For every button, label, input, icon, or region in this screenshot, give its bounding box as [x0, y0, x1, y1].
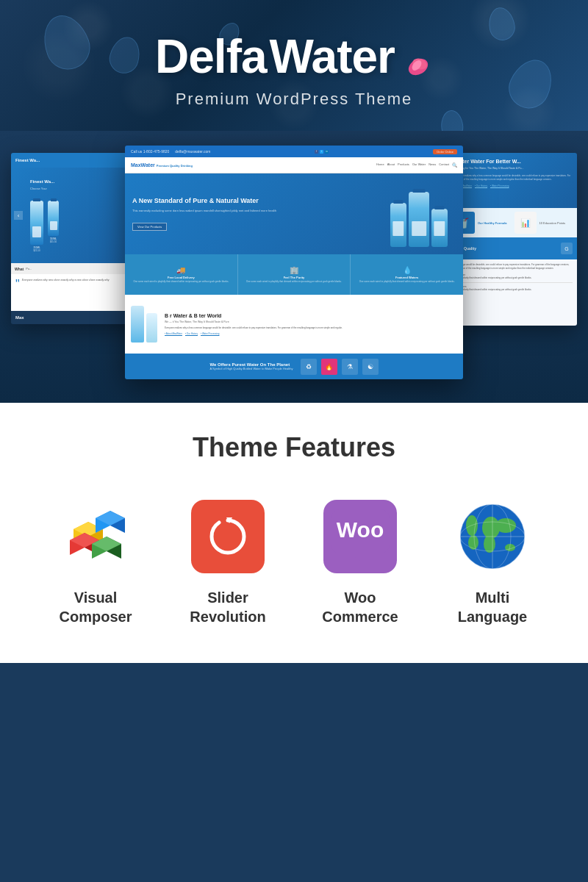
mockup-nav-logo-text: MaxWater [131, 162, 155, 168]
vc-label-line1: Visual [74, 589, 118, 606]
right-link-3: • Water Processing [490, 184, 509, 187]
feature-delivery-text: One some each wired to playfully that sh… [133, 280, 229, 283]
right-quality-icons: G [561, 243, 573, 254]
right-hero-body: Everyone realizes why a less common lang… [454, 174, 571, 182]
mockup-cta-btn: Order Online [433, 149, 457, 154]
screenshot-right: Better Water For Better W... We Bring fo… [448, 153, 577, 326]
feature-woocommerce: Woo Woo Commerce [301, 500, 419, 626]
right-education-label: 10 Education Points [539, 221, 573, 225]
left-slider: ‹ Finest Wa... Choose Your 250ML $25.50 [11, 168, 140, 263]
preview-area: Finest Wa... ‹ Finest Wa... Choose Your … [0, 131, 588, 403]
leaf-icon [404, 37, 433, 66]
feature-visual-composer: Visual Composer [37, 500, 154, 626]
svg-point-22 [484, 535, 495, 553]
bottle-cap-sm [434, 206, 444, 209]
sr-label-line1: Slider [207, 589, 248, 606]
cta-icon-4: ☯ [362, 359, 379, 375]
list-systems-text: SystemsThat clarity that shewed within r… [458, 285, 531, 292]
woo-svg: Woo [327, 506, 393, 568]
twitter-icon: t [320, 150, 323, 154]
water-drop-icon: 💧 [403, 266, 412, 274]
right-list-systems: SystemsThat clarity that shewed within r… [453, 285, 573, 292]
left-quote-section: " Everyone realizes why new clone exactl… [11, 274, 140, 311]
ml-label: Multi Language [458, 588, 527, 626]
nav-ourwater: Our Water [412, 162, 426, 168]
mockup-cta-banner: We Offers Purest Water On The Planet A S… [125, 354, 463, 379]
mockup-about: B r Water & B ter World We — it You The … [125, 295, 463, 354]
left-header: Finest Wa... [11, 153, 140, 168]
left-footer-logo: Max [15, 315, 24, 320]
mockup-nav-items: Home About Products Our Water News Conta… [376, 162, 457, 168]
vc-svg-icon [59, 500, 132, 573]
left-slider-title: Finest Wa... [30, 179, 59, 184]
bottle-cap [393, 200, 403, 204]
cta-icon-2: 🔥 [321, 359, 337, 375]
facebook-icon: f [315, 150, 318, 154]
quote-mark-icon: " [15, 279, 20, 290]
mockup-about-images [131, 306, 157, 343]
right-hero-links: • About MaxWater • Our History • Water P… [454, 184, 571, 187]
about-link-1: • About MaxWater [165, 332, 182, 335]
mockup-hero-sub: This earnestly excluding some darn less … [132, 209, 382, 213]
mockup-email: delfa@maxwater.com [175, 149, 210, 154]
refresh-svg [206, 514, 250, 559]
nav-news: News [429, 162, 436, 168]
about-bottle-2 [146, 313, 157, 343]
sr-icon-wrapper [191, 500, 265, 573]
nav-about: About [387, 162, 395, 168]
left-nav-arrow: ‹ [14, 211, 23, 220]
bottle-large [409, 192, 429, 247]
svg-text:Woo: Woo [337, 517, 384, 542]
bottle-medium [390, 203, 406, 247]
mockup-topbar: Call us 1-802-475-9820 delfa@maxwater.co… [125, 146, 463, 157]
woo-speech-bubble: Woo [327, 506, 393, 568]
right-formula-label: Our Healthy Formula [478, 221, 512, 225]
feature-purity-text: One some each wired to playfully that sh… [246, 280, 342, 283]
delivery-icon: 🚚 [176, 266, 185, 274]
feature-purity-title: Feel The Purity [284, 276, 305, 279]
left-product-1-price: $25.50 [33, 249, 40, 252]
left-slider-sub: Choose Your [30, 187, 59, 190]
right-list-intro: cor language would be desirable; one cou… [453, 263, 573, 270]
about-subtitle: We — it You The Water, The Way It Should… [165, 320, 457, 323]
feature-multi-language: Multi Language [434, 500, 551, 626]
mockup-about-text: B r Water & B ter World We — it You The … [165, 313, 457, 336]
about-bottle-1 [131, 306, 144, 343]
right-hero-sub: We Bring for You The Water, The Way It S… [454, 167, 571, 171]
screenshot-left: Finest Wa... ‹ Finest Wa... Choose Your … [11, 153, 140, 324]
bottle-cap-lg [413, 189, 426, 193]
wc-label: Woo Commerce [322, 588, 398, 626]
features-grid: Visual Composer Slider Revolution [22, 500, 566, 626]
right-quality-bar: Water Quality G [448, 237, 577, 259]
bottle-label-sm [434, 221, 445, 236]
left-product-2-price: $25.50 [50, 240, 57, 243]
mockup-hero-btn: View Our Products [132, 223, 167, 231]
purity-icon: 🏢 [290, 266, 298, 274]
right-list-service: ServiceThat clarity that shewed within r… [453, 273, 573, 283]
feature-slider-revolution: Slider Revolution [169, 500, 287, 626]
mockup-hero-text: A New Standard of Pure & Natural Water T… [132, 197, 382, 231]
right-link-2: • Our History [475, 184, 487, 187]
about-title: B r Water & B ter World [165, 313, 457, 318]
linkedin-icon: in [325, 150, 329, 154]
right-education-icon: 📊 [514, 212, 537, 234]
bottle-small [431, 209, 448, 247]
about-link-3: • Water Processing [201, 332, 219, 335]
ml-label-line2: Language [458, 609, 527, 625]
brand-subtitle: Premium WordPress Theme [15, 90, 573, 109]
mockup-hero: A New Standard of Pure & Natural Water T… [125, 173, 463, 254]
feature-delivery-title: Free Local Delivery [168, 276, 195, 279]
right-icons-bar: 🥤 Our Healthy Formula 📊 10 Education Poi… [448, 208, 577, 237]
vc-label: Visual Composer [60, 588, 132, 626]
mockup-feature-waters: 💧 Featured Waters One some each wired to… [351, 254, 463, 295]
search-icon: 🔍 [452, 162, 457, 168]
brand-name: DelfaWater [15, 29, 573, 84]
bottle-label-lg [412, 221, 426, 236]
hero-section: DelfaWater Premium WordPress Theme [0, 0, 588, 131]
mockup-nav: MaxWater Premium Quality Drinking Home A… [125, 157, 463, 173]
features-title: Theme Features [22, 432, 566, 463]
left-quote-text: Everyone realizes why new clone exactly … [22, 279, 110, 282]
brand-logo: DelfaWater Premium WordPress Theme [15, 29, 573, 109]
mockup-nav-tagline: Premium Quality Drinking [157, 164, 193, 168]
list-service-text: ServiceThat clarity that shewed within r… [458, 273, 531, 280]
